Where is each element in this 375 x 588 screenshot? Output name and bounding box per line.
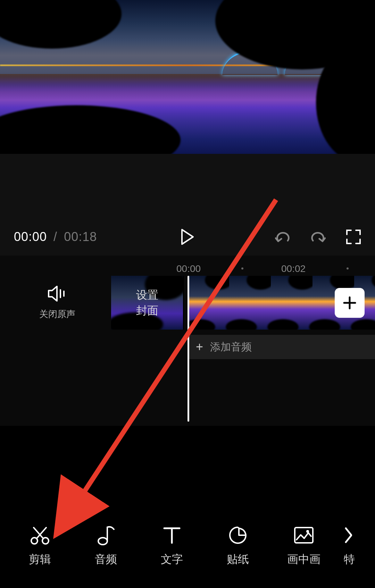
undo-icon <box>275 230 290 244</box>
tool-audio[interactable]: 音频 <box>80 525 132 567</box>
video-preview[interactable] <box>0 0 375 154</box>
ruler-mark: 00:00 <box>176 263 201 274</box>
fullscreen-icon <box>346 230 361 244</box>
text-icon <box>163 525 181 545</box>
timeline-ruler: 00:00 00:02 <box>0 262 375 276</box>
effect-icon <box>344 525 352 545</box>
set-cover-button[interactable]: 设置 封面 <box>111 276 184 330</box>
playback-controls: 00:00 / 00:18 <box>0 218 375 256</box>
add-clip-button[interactable] <box>335 288 365 318</box>
speaker-icon <box>48 285 67 301</box>
ruler-dot <box>347 267 349 270</box>
tool-label: 剪辑 <box>29 552 51 567</box>
redo-icon <box>310 230 326 244</box>
picture-in-picture-icon <box>294 525 314 545</box>
add-audio-label: 添加音频 <box>210 340 252 354</box>
plus-icon <box>343 296 357 310</box>
mute-label: 关闭原声 <box>0 308 115 320</box>
total-time: 00:18 <box>64 230 97 244</box>
tool-label: 贴纸 <box>227 552 249 567</box>
preview-spacer <box>0 154 375 218</box>
tool-label: 特 <box>344 552 355 567</box>
undo-button[interactable] <box>275 229 290 245</box>
music-note-icon <box>97 525 115 545</box>
ruler-mark: 00:02 <box>281 263 306 274</box>
mute-original-sound[interactable]: 关闭原声 <box>0 285 115 320</box>
sticker-icon <box>228 525 247 545</box>
play-icon <box>181 229 194 245</box>
ruler-dot <box>241 267 243 270</box>
time-display: 00:00 / 00:18 <box>14 230 97 244</box>
tool-pip[interactable]: 画中画 <box>278 525 330 567</box>
playhead[interactable] <box>188 276 189 422</box>
tool-text[interactable]: 文字 <box>146 525 198 567</box>
cover-label: 设置 封面 <box>136 287 158 318</box>
current-time: 00:00 <box>14 230 47 244</box>
tool-sticker[interactable]: 贴纸 <box>212 525 264 567</box>
scissors-icon <box>30 525 50 545</box>
tool-label: 文字 <box>161 552 183 567</box>
tool-label: 音频 <box>95 552 117 567</box>
tool-effect-partial[interactable]: 特 <box>344 525 361 567</box>
fullscreen-button[interactable] <box>346 229 361 245</box>
timeline[interactable]: 00:00 00:02 关闭原声 设置 封面 <box>0 256 375 426</box>
plus-icon: + <box>196 340 203 354</box>
time-separator: / <box>53 230 57 244</box>
tool-label: 画中画 <box>287 552 320 567</box>
svg-point-4 <box>306 530 309 533</box>
tool-edit[interactable]: 剪辑 <box>14 525 66 567</box>
add-audio-button[interactable]: + 添加音频 <box>188 335 375 359</box>
play-button[interactable] <box>180 229 195 245</box>
svg-point-2 <box>98 538 107 545</box>
redo-button[interactable] <box>310 229 326 245</box>
bottom-toolbar: 剪辑 音频 文字 贴纸 <box>0 515 375 588</box>
